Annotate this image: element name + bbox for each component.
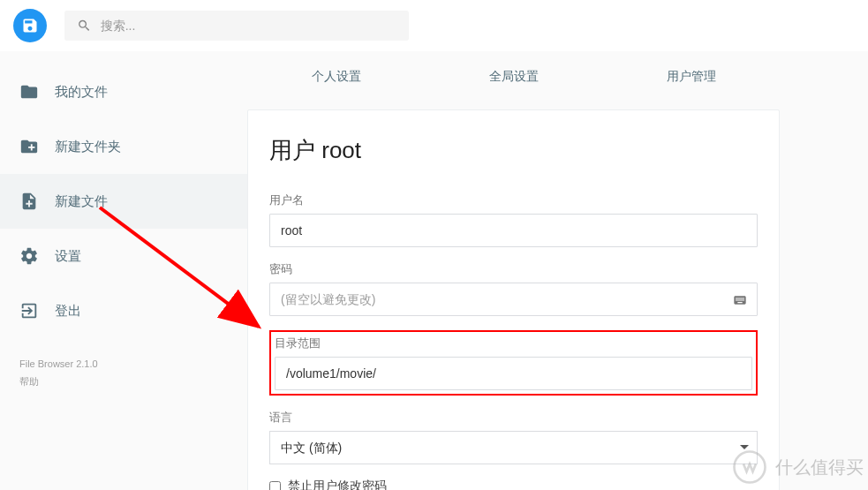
search-box[interactable] xyxy=(64,11,409,41)
sidebar-item-label: 新建文件 xyxy=(55,193,108,210)
password-label: 密码 xyxy=(269,261,758,277)
tab-personal-settings[interactable]: 个人设置 xyxy=(247,51,425,102)
tab-user-management[interactable]: 用户管理 xyxy=(602,51,780,102)
new-file-icon xyxy=(19,192,39,211)
username-group: 用户名 xyxy=(269,192,758,247)
tabs: 个人设置 全局设置 用户管理 xyxy=(247,51,780,102)
header xyxy=(0,0,868,51)
prevent-password-row[interactable]: 禁止用户修改密码 xyxy=(269,479,758,490)
username-input[interactable] xyxy=(269,214,758,247)
folder-icon xyxy=(19,82,39,102)
watermark: 什么值得买 xyxy=(731,449,864,486)
new-folder-icon xyxy=(19,137,39,156)
sidebar-item-label: 设置 xyxy=(55,248,81,265)
scope-highlight: 目录范围 xyxy=(269,330,758,396)
prevent-password-label: 禁止用户修改密码 xyxy=(288,479,387,490)
sidebar-item-logout[interactable]: 登出 xyxy=(0,283,247,338)
save-disk-icon xyxy=(21,17,39,34)
sidebar-item-new-file[interactable]: 新建文件 xyxy=(0,174,247,229)
sidebar-item-label: 我的文件 xyxy=(55,84,108,101)
user-edit-card: 用户 root 用户名 密码 目录范围 语言 中文 ( xyxy=(247,109,780,490)
logout-icon xyxy=(19,301,39,320)
sidebar-item-new-folder[interactable]: 新建文件夹 xyxy=(0,119,247,174)
language-select[interactable]: 中文 (简体) xyxy=(269,431,758,464)
sidebar-footer: File Browser 2.1.0 帮助 xyxy=(0,338,247,409)
language-group: 语言 中文 (简体) xyxy=(269,410,758,464)
sidebar-item-label: 新建文件夹 xyxy=(55,139,121,155)
password-group: 密码 xyxy=(269,261,758,316)
username-label: 用户名 xyxy=(269,192,758,208)
sidebar-item-my-files[interactable]: 我的文件 xyxy=(0,64,247,119)
sidebar-item-settings[interactable]: 设置 xyxy=(0,229,247,283)
language-label: 语言 xyxy=(269,410,758,426)
watermark-icon xyxy=(731,449,768,486)
sidebar-item-label: 登出 xyxy=(55,303,81,320)
help-link[interactable]: 帮助 xyxy=(19,373,228,391)
search-icon xyxy=(77,18,92,34)
prevent-password-checkbox[interactable] xyxy=(269,481,281,491)
scope-label: 目录范围 xyxy=(271,332,756,351)
sidebar: 我的文件 新建文件夹 新建文件 设置 登出 File Browser 2.1.0… xyxy=(0,51,247,490)
page-title: 用户 root xyxy=(269,135,758,166)
app-logo[interactable] xyxy=(13,9,47,42)
password-input[interactable] xyxy=(269,283,758,316)
gear-icon xyxy=(19,246,39,266)
scope-input[interactable] xyxy=(275,357,752,390)
search-input[interactable] xyxy=(101,19,396,33)
version-text: File Browser 2.1.0 xyxy=(19,356,228,373)
watermark-text: 什么值得买 xyxy=(775,456,864,479)
main-content: 个人设置 全局设置 用户管理 用户 root 用户名 密码 目录范围 xyxy=(247,51,868,490)
keyboard-icon[interactable] xyxy=(731,293,749,307)
tab-global-settings[interactable]: 全局设置 xyxy=(425,51,602,102)
